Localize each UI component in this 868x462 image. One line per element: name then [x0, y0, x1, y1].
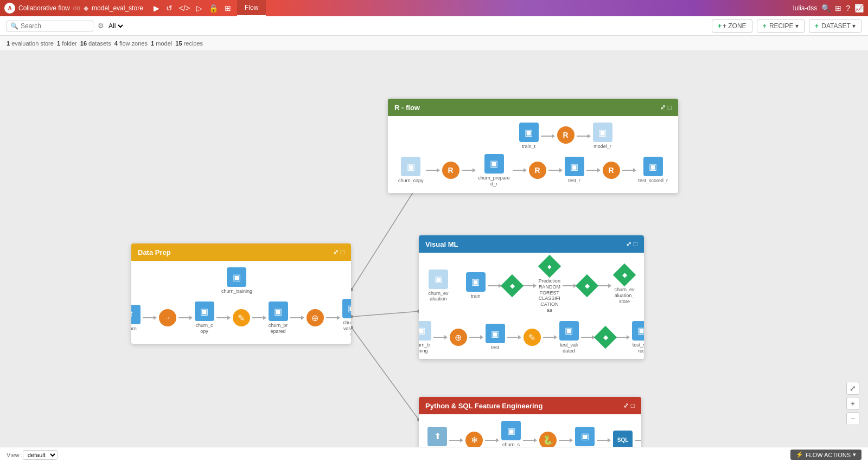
node-churn-eval-store[interactable]: ◆ churn_evaluation_store	[614, 267, 635, 304]
node-recipe-split-vml[interactable]: ⊕	[450, 329, 467, 346]
node-model-vml[interactable]: ◆ Prediction RANDOMFORESTCLASSIFICATION …	[539, 258, 560, 313]
flow-actions-button[interactable]: ⚡ FLOW ACTIONS ▾	[790, 450, 861, 460]
node-recipe-visual-score[interactable]: ◆	[597, 329, 614, 345]
node-churn-copy[interactable]: ▣ churn_copy	[398, 157, 424, 184]
vml-bottom-row: ▣ churn_training ⊕ ▣ test ✎ ▣	[419, 321, 644, 354]
toolbar: 🔍 ⚙ All ++ ZONE + RECIPE ▾ + DATASET ▾	[0, 16, 868, 36]
zone-visual-ml-header: Visual ML ⤢ □	[419, 235, 644, 253]
zone-python-sql-header: Python & SQL Feature Engineering ⤢ □	[419, 397, 641, 414]
node-churn-eval-vml[interactable]: ▣ churn_evaluation	[427, 270, 449, 303]
arrow-1	[541, 134, 555, 138]
node-churn-psql[interactable]: ⬆ churn	[427, 427, 447, 447]
zone-python-sql: Python & SQL Feature Engineering ⤢ □ ⬆ c…	[419, 397, 641, 447]
arrow-dp-3	[216, 316, 231, 320]
zone-visual-ml-expand[interactable]: ⤢	[626, 240, 631, 248]
recipe-button[interactable]: + RECIPE ▾	[757, 20, 805, 33]
arrow-ps-3	[523, 438, 537, 442]
zone-button[interactable]: ++ ZONE	[712, 20, 752, 33]
node-test-scored-r[interactable]: ▣ test_scored_r	[639, 157, 668, 184]
search-icon-small: 🔍	[10, 22, 18, 30]
nav-lock-icon[interactable]: 🔒	[206, 3, 221, 14]
arrow-vml-2	[522, 284, 537, 288]
flow-actions-chevron: ▾	[853, 451, 856, 458]
node-churn-training-out[interactable]: ▣ churn_training	[221, 267, 252, 294]
node-recipe-r-2[interactable]: R	[442, 162, 459, 179]
nav-play-icon[interactable]: ▷	[194, 3, 205, 14]
node-recipe-snowflake-1[interactable]: ❄	[465, 432, 483, 447]
apps-icon[interactable]: ⊞	[835, 4, 841, 12]
search-box[interactable]: 🔍	[7, 21, 93, 31]
help-icon[interactable]: ?	[846, 4, 850, 12]
arrow-ps-4	[559, 438, 573, 442]
node-train-t[interactable]: ▣ train_t	[519, 123, 539, 150]
tab-flow[interactable]: Flow	[237, 0, 266, 16]
dataset-button[interactable]: + DATASET ▾	[809, 20, 861, 33]
node-test-r[interactable]: ▣ test_r	[565, 157, 584, 184]
node-recipe-prepare-vml[interactable]: ✎	[524, 329, 541, 346]
flow-canvas[interactable]: R - flow ⤢ □ ▣ train_t R ▣	[0, 51, 868, 447]
view-label: View :	[7, 452, 23, 458]
python-sql-row: ⬆ churn ❄ ▣ churn_scale_done 🐍	[427, 421, 641, 447]
zone-data-prep-expand[interactable]: ⤢	[333, 248, 339, 256]
arrow-vml-6	[469, 335, 483, 339]
vml-top-row: ▣ churn_evaluation ▣ train ◆ ◆	[427, 258, 635, 313]
zone-data-prep-close[interactable]: □	[341, 248, 344, 256]
zoom-fullscreen[interactable]: ⤢	[846, 382, 859, 395]
zoom-in[interactable]: +	[846, 397, 859, 410]
node-churn-prepared[interactable]: ▣ churn_prepared	[269, 301, 288, 335]
search-input[interactable]	[21, 22, 86, 30]
node-model-r[interactable]: ▣ model_r	[593, 123, 612, 150]
arrow-vml-1	[488, 284, 502, 288]
node-recipe-split[interactable]: ⊕	[307, 309, 324, 326]
node-recipe-r-1[interactable]: R	[557, 126, 575, 145]
node-recipe-r-score[interactable]: R	[603, 162, 620, 179]
node-recipe-sql-ps[interactable]: SQL	[613, 431, 633, 447]
nav-refresh-icon[interactable]: ↺	[163, 3, 175, 14]
arrow-vml-7	[507, 335, 521, 339]
node-recipe-prepare[interactable]: →	[159, 309, 176, 326]
zone-r-flow-close[interactable]: □	[668, 104, 672, 111]
node-recipe-python-ps[interactable]: 🐍	[539, 432, 557, 447]
node-recipe-visual-2[interactable]: ◆	[579, 278, 595, 294]
view-select[interactable]: default	[23, 450, 58, 460]
node-churn-scale-done[interactable]: ▣ churn_scale_done	[501, 421, 521, 447]
notifications-icon[interactable]: 📈	[854, 4, 864, 12]
arrow-vml-9	[581, 335, 595, 339]
data-prep-main-row: ⬆ churn → ▣ churn_copy ✎ ▣	[131, 299, 351, 337]
zone-python-sql-title: Python & SQL Feature Engineering	[425, 402, 542, 410]
nav-grid-icon[interactable]: ⊞	[222, 3, 234, 14]
arrow-vml-5	[433, 335, 448, 339]
filter-select[interactable]: All	[106, 22, 125, 30]
zone-python-sql-close[interactable]: □	[631, 402, 635, 409]
node-churn-evaluation[interactable]: ▣ churn_evaluation	[342, 299, 352, 337]
arrow-dp-1	[143, 316, 157, 320]
node-output-ps[interactable]: ▣ output	[575, 427, 595, 447]
arrow-4	[462, 168, 476, 172]
node-churn[interactable]: ⬆ churn	[131, 305, 141, 332]
zone-visual-ml-close[interactable]: □	[634, 240, 637, 248]
node-churn-copy-dp[interactable]: ▣ churn_copy	[195, 301, 214, 335]
zone-r-flow-expand[interactable]: ⤢	[660, 104, 666, 111]
node-recipe-prepare-2[interactable]: ✎	[233, 309, 250, 326]
zone-r-flow-body: ▣ train_t R ▣ model_r ▣ churn_copy	[388, 116, 678, 193]
node-churn-prepared-r[interactable]: ▣ churn_prepared_r	[478, 154, 510, 187]
zoom-out[interactable]: −	[846, 412, 859, 425]
node-churn-training-vml[interactable]: ▣ churn_training	[419, 321, 431, 354]
arrow-ps-1	[449, 438, 463, 442]
node-train-vml[interactable]: ▣ train	[466, 272, 486, 299]
node-test-validated[interactable]: ▣ test_validated	[559, 321, 579, 354]
node-test-scored-vml[interactable]: ▣ test_scored	[632, 321, 644, 354]
node-recipe-r-3[interactable]: R	[529, 162, 546, 179]
data-prep-top-row: ▣ churn_training	[221, 267, 261, 294]
nav-code-icon[interactable]: </>	[176, 3, 193, 14]
zone-visual-ml-title: Visual ML	[425, 240, 458, 248]
nav-deploy-icon[interactable]: ▶	[151, 3, 162, 14]
search-icon[interactable]: 🔍	[821, 4, 831, 12]
node-recipe-visual-1[interactable]: ◆	[504, 278, 520, 294]
node-test-vml[interactable]: ▣ test	[486, 324, 505, 351]
arrow-8	[622, 168, 636, 172]
arrow-dp-4	[252, 316, 266, 320]
arrow-5	[513, 168, 527, 172]
top-navigation: A Collaborative flow on ◆ model_eval_sto…	[0, 0, 868, 16]
zone-python-sql-expand[interactable]: ⤢	[623, 402, 629, 409]
